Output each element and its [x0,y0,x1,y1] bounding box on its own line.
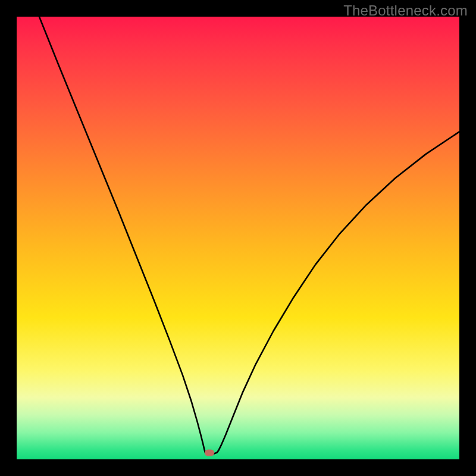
watermark-text: TheBottleneck.com [343,2,468,19]
plot-area [17,17,459,459]
optimal-point-marker [205,449,214,456]
bottleneck-curve-svg [17,17,459,459]
bottleneck-curve-path [39,17,459,454]
app-frame: TheBottleneck.com [0,0,476,476]
